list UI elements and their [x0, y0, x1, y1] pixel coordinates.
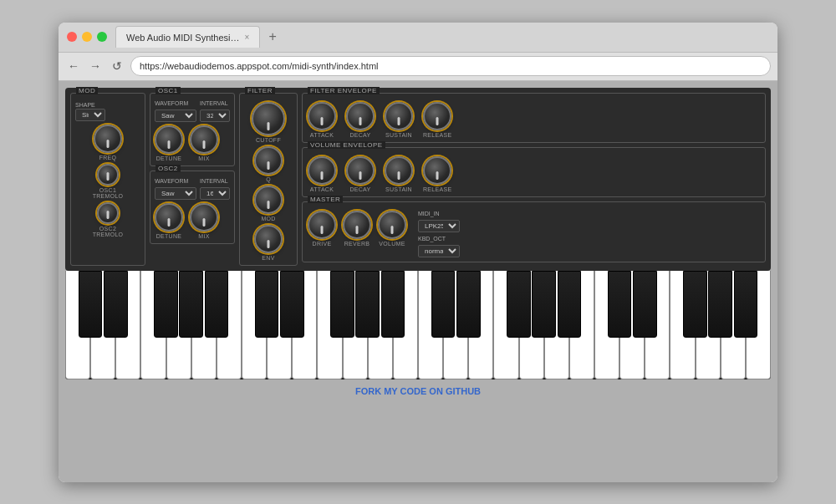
- volume-envelope-label: VOLUME ENVELOPE: [308, 141, 385, 149]
- midi-in-group: MIDI_IN LPK25: [418, 211, 460, 232]
- vol-release-knob[interactable]: [423, 156, 451, 185]
- reverb-knob[interactable]: [343, 211, 371, 239]
- black-key-as2[interactable]: [381, 271, 405, 339]
- tab-close-icon[interactable]: ×: [245, 33, 250, 42]
- osc2-waveform-select[interactable]: Saw: [155, 187, 196, 200]
- black-key-gs4[interactable]: [708, 271, 732, 339]
- env-group: ENV: [254, 225, 283, 261]
- maximize-button[interactable]: [97, 32, 107, 42]
- osc1-selects: WAVEFORM Saw INTERVAL 32: [155, 100, 230, 122]
- vol-decay-group: DECAY: [346, 156, 375, 192]
- osc2-inner: WAVEFORM Saw INTERVAL 16: [155, 178, 230, 239]
- back-button[interactable]: ←: [65, 58, 82, 74]
- black-key-ds[interactable]: [104, 271, 128, 339]
- shape-select[interactable]: Sine: [75, 109, 105, 121]
- drive-label: DRIVE: [313, 241, 332, 247]
- midi-in-label: MIDI_IN: [418, 211, 460, 216]
- black-key-as4[interactable]: [734, 271, 758, 339]
- osc1-detune-label: DETUNE: [156, 155, 182, 161]
- mod-group: MOD: [254, 186, 283, 221]
- mod-label: MOD: [261, 216, 275, 221]
- osc1-waveform-select[interactable]: Saw: [155, 109, 196, 122]
- q-label: Q: [266, 176, 271, 182]
- osc2-tremolo-knob[interactable]: [97, 202, 119, 224]
- osc2-tremolo-group: OSC2 TREMOLO: [75, 202, 140, 237]
- filter-section: FILTER CUTOFF Q MOD: [239, 93, 298, 266]
- mod-section: MOD SHAPE Sine FREQ: [70, 93, 145, 266]
- black-key-as3[interactable]: [558, 271, 582, 339]
- black-key-fs3[interactable]: [507, 271, 531, 339]
- close-button[interactable]: [67, 32, 77, 42]
- kbd-oct-label: KBD_OCT: [418, 236, 460, 242]
- black-key-ds2[interactable]: [280, 271, 304, 339]
- github-link[interactable]: FORK MY CODE ON GITHUB: [355, 386, 481, 396]
- osc1-interval-label: INTERVAL: [200, 100, 230, 106]
- black-key-gs2[interactable]: [355, 271, 380, 339]
- filter-attack-knob[interactable]: [308, 102, 336, 130]
- black-key-fs4[interactable]: [683, 271, 707, 339]
- env-knob[interactable]: [254, 225, 283, 253]
- osc2-label: OSC2: [155, 165, 181, 172]
- active-tab[interactable]: Web Audio MIDI Synthesi… ×: [115, 26, 260, 48]
- master-section-label: MASTER: [308, 196, 343, 203]
- volume-knob[interactable]: [378, 211, 406, 239]
- osc-column: OSC1 WAVEFORM Saw INTERVAL: [150, 93, 235, 266]
- osc1-detune-knob[interactable]: [155, 125, 183, 154]
- piano-keys: [65, 271, 771, 379]
- black-key-gs[interactable]: [179, 271, 203, 339]
- vol-env-knobs: ATTACK DECAY SUSTAIN release: [308, 156, 760, 192]
- black-key-fs[interactable]: [154, 271, 178, 339]
- osc1-mix-knob[interactable]: [190, 125, 218, 154]
- refresh-button[interactable]: ↺: [109, 58, 125, 74]
- osc1-inner: WAVEFORM Saw INTERVAL 32: [155, 100, 230, 161]
- vol-attack-group: ATTACK: [308, 156, 336, 192]
- osc2-mix-knob[interactable]: [190, 203, 218, 232]
- filter-release-group: release: [423, 102, 451, 138]
- osc1-knobs: DETUNE MIX: [155, 125, 230, 161]
- black-key-cs4[interactable]: [608, 271, 632, 339]
- piano-keyboard[interactable]: [65, 271, 771, 379]
- new-tab-button[interactable]: +: [263, 29, 281, 44]
- black-key-ds3[interactable]: [456, 271, 481, 339]
- filter-release-knob[interactable]: [423, 102, 451, 130]
- osc1-tremolo-knob[interactable]: [97, 164, 119, 186]
- minimize-button[interactable]: [82, 32, 92, 42]
- black-key-ds4[interactable]: [633, 271, 657, 339]
- filter-envelope-section: FILTER ENVELOPE ATTACK DECAY SUSTAIN: [302, 93, 766, 143]
- master-controls: DRIVE REVERB VOLUME: [308, 211, 760, 257]
- filter-knobs: CUTOFF Q MOD ENV: [244, 102, 293, 261]
- freq-knob[interactable]: [94, 125, 122, 153]
- black-key-cs3[interactable]: [431, 271, 456, 339]
- freq-label: FREQ: [99, 155, 117, 160]
- kbd-oct-select[interactable]: norma: [418, 245, 460, 257]
- black-key-cs2[interactable]: [255, 271, 279, 339]
- mod-controls: SHAPE Sine FREQ OSC1 TREMOLO: [75, 102, 140, 237]
- black-key-as[interactable]: [205, 271, 229, 339]
- address-bar[interactable]: [130, 56, 771, 76]
- mod-knob[interactable]: [254, 186, 283, 214]
- shape-label: SHAPE: [75, 102, 140, 108]
- black-key-cs[interactable]: [79, 271, 103, 339]
- midi-in-select[interactable]: LPK25: [418, 220, 460, 232]
- mod-section-label: MOD: [76, 87, 98, 94]
- black-key-gs3[interactable]: [532, 271, 556, 339]
- osc2-detune-knob[interactable]: [155, 203, 183, 232]
- vol-attack-knob[interactable]: [308, 156, 336, 185]
- midi-controls: MIDI_IN LPK25 KBD_OCT norma: [418, 211, 460, 257]
- tab-title: Web Audio MIDI Synthesi…: [126, 33, 240, 43]
- q-knob[interactable]: [254, 146, 283, 175]
- vol-decay-knob[interactable]: [346, 156, 375, 185]
- vol-sustain-knob[interactable]: [385, 156, 413, 185]
- black-key-fs2[interactable]: [330, 271, 354, 339]
- filter-sustain-knob[interactable]: [385, 102, 413, 130]
- osc1-interval-group: INTERVAL 32: [200, 100, 230, 122]
- drive-knob[interactable]: [308, 211, 336, 239]
- osc2-interval-select[interactable]: 16: [200, 187, 230, 200]
- forward-button[interactable]: →: [87, 58, 104, 74]
- volume-envelope-section: VOLUME ENVELOPE ATTACK DECAY SUSTAIN: [302, 147, 766, 197]
- filter-decay-knob[interactable]: [346, 102, 375, 130]
- osc2-section: OSC2 WAVEFORM Saw INTERVAL: [150, 171, 235, 244]
- osc1-interval-select[interactable]: 32: [200, 109, 230, 122]
- cutoff-knob[interactable]: [252, 102, 285, 135]
- shape-group: SHAPE Sine: [75, 102, 140, 121]
